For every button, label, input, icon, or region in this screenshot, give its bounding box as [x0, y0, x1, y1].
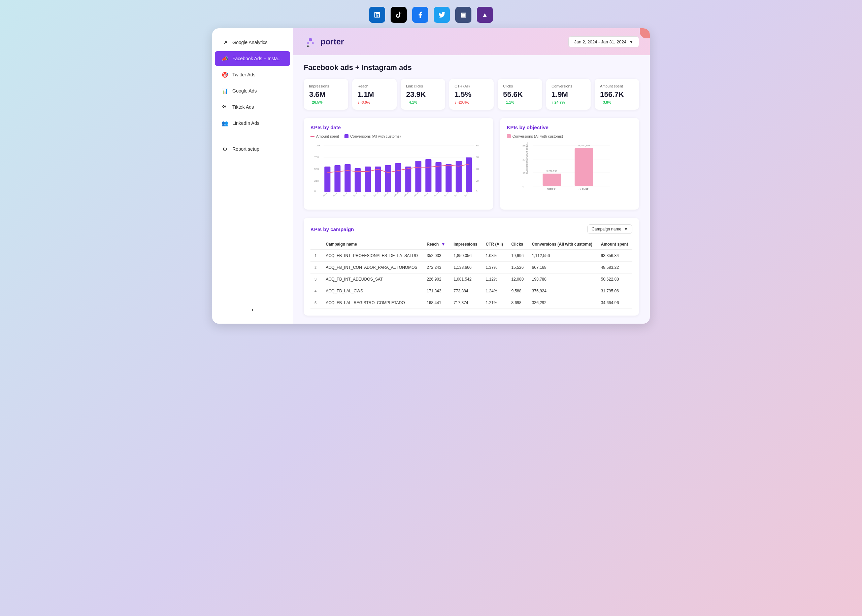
cell-ctr: 1.21% — [482, 297, 507, 309]
kpis-by-campaign-section: KPIs by campaign Campaign name ▼ Campaig… — [304, 218, 639, 316]
kpi-value: 23.9K — [406, 90, 440, 99]
cell-impressions: 1,850,056 — [449, 250, 482, 262]
kpi-change: ↑ 1.1% — [503, 100, 537, 104]
porter-logo-icon: 🦝 — [304, 35, 317, 49]
cell-impressions: 1,138,666 — [449, 262, 482, 273]
col-ctr[interactable]: CTR (All) — [482, 239, 507, 250]
sidebar-item-google-analytics[interactable]: ↗ Google Analytics — [215, 35, 290, 50]
kpi-card: CTR (All) 1.5% ↓ -20.4% — [449, 79, 494, 110]
kpis-by-date-chart: 100K 75K 50K 25K 0 8K 6K 4K 2K 0 — [310, 142, 487, 203]
legend-conversions: Conversions (All with customs) — [345, 134, 401, 138]
svg-rect-26 — [385, 165, 391, 192]
svg-text:Jan 6: Jan 6 — [343, 192, 348, 197]
svg-text:VIDEO: VIDEO — [547, 187, 556, 191]
twitter-icon[interactable] — [434, 7, 450, 23]
table-row: 3. ACQ_FB_INT_ADEUDOS_SAT 226,902 1,081,… — [310, 273, 632, 285]
kpi-card: Link clicks 23.9K ↑ 4.1% — [401, 79, 445, 110]
kpis-by-objective-chart: 30M 20M 10M 0 Conversions (All with cust… — [507, 142, 632, 203]
cell-ctr: 1.37% — [482, 262, 507, 273]
facebook-ads-icon: 📣 — [222, 55, 228, 62]
chart-by-objective-title: KPIs by objective — [507, 124, 632, 130]
kpi-card: Reach 1.1M ↓ -3.0% — [352, 79, 397, 110]
sidebar-collapse-button[interactable]: ‹ — [212, 303, 293, 317]
cell-campaign-name: ACQ_FB_LAL_CWS — [321, 285, 422, 297]
kpi-change: ↑ 24.7% — [552, 100, 585, 104]
legend-dot-amount-spent — [310, 136, 315, 137]
svg-rect-20 — [324, 167, 330, 192]
cell-conversions: 193,788 — [528, 273, 597, 285]
kpi-cards-row: Impressions 3.6M ↑ 26.5% Reach 1.1M ↓ -3… — [304, 79, 639, 110]
settings-icon: ⚙ — [222, 146, 228, 152]
table-row: 5. ACQ_FB_LAL_REGISTRO_COMPLETADO 168,44… — [310, 297, 632, 309]
col-amount[interactable]: Amount spent — [597, 239, 632, 250]
sidebar-item-label: Google Ads — [232, 88, 257, 94]
table-title: KPIs by campaign — [310, 226, 354, 232]
sidebar: ↗ Google Analytics 📣 Facebook Ads + Inst… — [212, 28, 293, 324]
tiktok-icon[interactable] — [391, 7, 407, 23]
svg-rect-59 — [542, 174, 561, 186]
cell-conversions: 376,924 — [528, 285, 597, 297]
legend-conversions-obj: Conversions (All with customs) — [507, 134, 563, 138]
svg-rect-0 — [304, 35, 317, 49]
cell-conversions: 336,292 — [528, 297, 597, 309]
table-row: 1. ACQ_FB_INT_PROFESIONALES_DE_LA_SALUD … — [310, 250, 632, 262]
campaigns-table: Campaign name Reach ▼ Impressions CTR (A… — [310, 239, 632, 309]
sidebar-item-report-setup[interactable]: ⚙ Report setup — [215, 141, 290, 156]
svg-text:2K: 2K — [476, 179, 479, 182]
kpi-change: ↑ 26.5% — [309, 100, 343, 104]
legend-dot-conversions-obj — [507, 134, 511, 138]
col-clicks[interactable]: Clicks — [507, 239, 528, 250]
kpi-change: ↑ 4.1% — [406, 100, 440, 104]
sidebar-item-linkedin-ads[interactable]: 👥 LinkedIn Ads — [215, 116, 290, 130]
sidebar-item-google-ads[interactable]: 📊 Google Ads — [215, 83, 290, 98]
svg-text:28,360,100: 28,360,100 — [578, 145, 589, 147]
row-number: 4. — [310, 285, 321, 297]
kpis-by-objective-card: KPIs by objective Conversions (All with … — [500, 118, 639, 210]
row-number: 5. — [310, 297, 321, 309]
chart-by-date-legend: Amount spent Conversions (All with custo… — [310, 134, 487, 138]
kpi-value: 1.1M — [358, 90, 391, 99]
legend-label-amount-spent: Amount spent — [316, 134, 339, 138]
sidebar-item-twitter-ads[interactable]: 🎯 Twitter Ads — [215, 67, 290, 82]
svg-point-2 — [307, 42, 309, 44]
svg-point-3 — [312, 42, 314, 44]
google-ads-icon: 📊 — [222, 88, 228, 94]
col-conversions[interactable]: Conversions (All with customs) — [528, 239, 597, 250]
svg-text:50K: 50K — [314, 168, 319, 171]
facebook-icon[interactable] — [412, 7, 428, 23]
main-content: 🦝 porter Jan 2, 2024 - Jan 31, 2024 ▼ Fa… — [293, 28, 650, 324]
svg-text:🦝: 🦝 — [306, 44, 310, 48]
cell-ctr: 1.24% — [482, 285, 507, 297]
appstore-icon[interactable]: ▲ — [477, 7, 493, 23]
cell-impressions: 1,081,542 — [449, 273, 482, 285]
sidebar-item-tiktok-ads[interactable]: 👁 Tiktok Ads — [215, 100, 290, 115]
svg-text:25K: 25K — [314, 179, 319, 182]
cell-conversions: 667,168 — [528, 262, 597, 273]
col-campaign-name[interactable]: Campaign name — [321, 239, 422, 250]
row-number: 3. — [310, 273, 321, 285]
dropdown-icon: ▼ — [629, 39, 633, 44]
kpi-value: 1.9M — [552, 90, 585, 99]
legend-label-conversions: Conversions (All with customs) — [350, 134, 401, 138]
svg-point-1 — [309, 38, 312, 41]
kpi-card: Impressions 3.6M ↑ 26.5% — [304, 79, 348, 110]
cell-campaign-name: ACQ_FB_INT_PROFESIONALES_DE_LA_SALUD — [321, 250, 422, 262]
sidebar-divider — [217, 136, 288, 136]
cell-amount: 31,795.06 — [597, 285, 632, 297]
date-picker-button[interactable]: Jan 2, 2024 - Jan 31, 2024 ▼ — [568, 36, 639, 47]
table-filter-button[interactable]: Campaign name ▼ — [587, 225, 632, 234]
svg-rect-24 — [365, 167, 371, 192]
logo-text: porter — [321, 37, 344, 46]
col-impressions[interactable]: Impressions — [449, 239, 482, 250]
cell-amount: 48,583.22 — [597, 262, 632, 273]
cell-impressions: 717,374 — [449, 297, 482, 309]
sidebar-item-facebook-ads[interactable]: 📣 Facebook Ads + Insta... — [215, 51, 290, 66]
buffer-icon[interactable]: ▣ — [455, 7, 471, 23]
kpi-value: 1.5% — [455, 90, 488, 99]
sidebar-item-label: Report setup — [232, 146, 259, 152]
kpi-change: ↑ 3.8% — [600, 100, 634, 104]
linkedin-icon[interactable] — [369, 7, 385, 23]
col-reach[interactable]: Reach ▼ — [422, 239, 449, 250]
cell-clicks: 8,698 — [507, 297, 528, 309]
cell-amount: 93,356.34 — [597, 250, 632, 262]
